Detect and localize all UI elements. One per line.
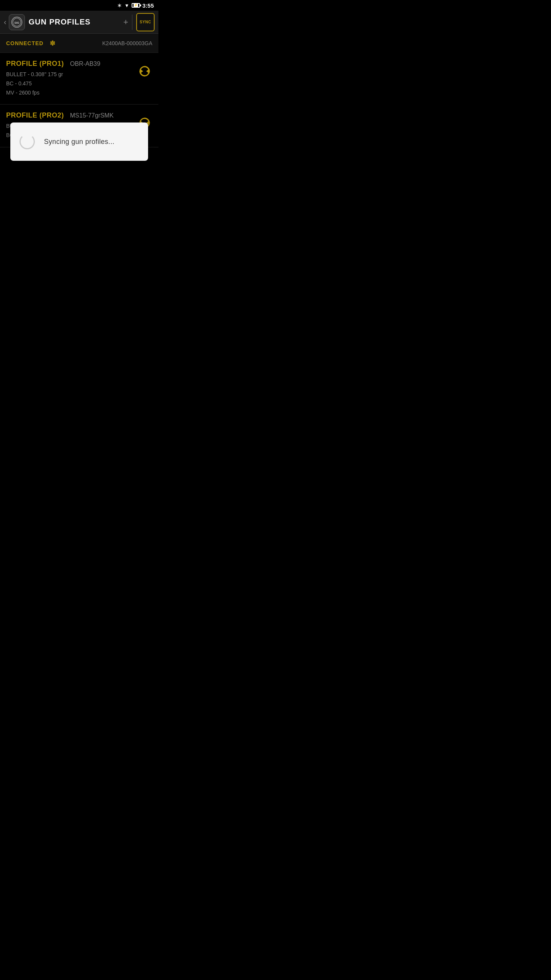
loading-overlay: Syncing gun profiles...	[0, 0, 158, 282]
loading-spinner	[20, 134, 35, 149]
loading-message: Syncing gun profiles...	[44, 138, 114, 146]
loading-dialog: Syncing gun profiles...	[10, 122, 148, 161]
